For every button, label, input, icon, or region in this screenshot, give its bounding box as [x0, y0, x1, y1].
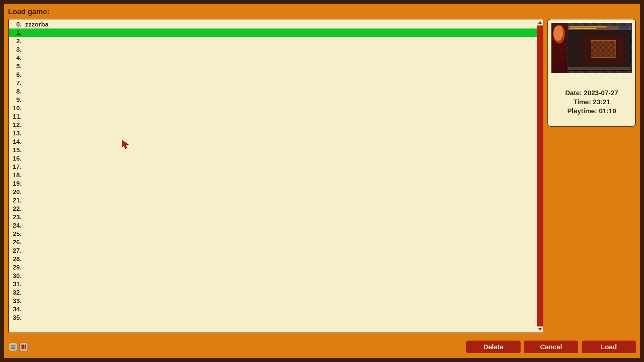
save-slot-row[interactable]: 24.	[9, 221, 537, 230]
scrollbar-thumb[interactable]	[537, 25, 542, 133]
delete-button[interactable]: Delete	[466, 341, 521, 353]
save-slot-row[interactable]: 8.	[9, 87, 537, 96]
save-slot-row[interactable]: 16.	[9, 154, 537, 163]
save-slot-row[interactable]: 17.	[9, 163, 537, 171]
svg-rect-6	[23, 345, 24, 346]
save-slot-row[interactable]: 35.	[9, 313, 537, 322]
list-view-icon[interactable]	[9, 343, 17, 351]
save-slot-row[interactable]: 31.	[9, 280, 537, 288]
save-slot-row[interactable]: 2.	[9, 37, 537, 45]
scrollbar-track[interactable]	[537, 25, 543, 326]
save-slot-row[interactable]: 29.	[9, 263, 537, 272]
save-slot-row[interactable]: 12.	[9, 121, 537, 129]
preview-date: Date: 2023-07-27	[565, 89, 618, 97]
svg-marker-1	[538, 328, 542, 331]
save-slot-list[interactable]: 0. zzzorba 1. 2. 3. 4. 5. 6. 7. 8. 9.10.…	[8, 19, 543, 333]
save-slot-row[interactable]: 26.	[9, 238, 537, 246]
save-slot-row[interactable]: 19.	[9, 179, 537, 188]
save-slot-row[interactable]: 0. zzzorba	[9, 20, 537, 28]
scroll-up-icon[interactable]	[537, 19, 543, 25]
svg-marker-0	[538, 21, 542, 24]
save-slot-row[interactable]: 6.	[9, 70, 537, 79]
save-slot-row[interactable]: 1.	[9, 28, 537, 37]
svg-rect-4	[11, 348, 15, 349]
svg-rect-7	[25, 345, 26, 346]
save-slot-row[interactable]: 23.	[9, 213, 537, 221]
save-slot-row[interactable]: 20.	[9, 188, 537, 196]
svg-rect-11	[21, 348, 23, 349]
svg-rect-10	[25, 346, 26, 348]
svg-rect-8	[21, 346, 23, 348]
svg-rect-3	[11, 347, 15, 348]
save-slot-row[interactable]: 13.	[9, 129, 537, 137]
preview-time: Time: 23:21	[573, 98, 610, 106]
svg-rect-12	[23, 348, 24, 349]
svg-rect-9	[23, 346, 24, 348]
scroll-down-icon[interactable]	[537, 326, 543, 333]
save-slot-row[interactable]: 18.	[9, 171, 537, 179]
load-button[interactable]: Load	[582, 341, 636, 353]
save-slot-row[interactable]: 15.	[9, 146, 537, 154]
save-slot-row[interactable]: 22.	[9, 204, 537, 213]
scrollbar[interactable]	[537, 19, 543, 333]
save-preview-panel: Date: 2023-07-27 Time: 23:21 Playtime: 0…	[547, 19, 636, 127]
save-slot-row[interactable]: 30.	[9, 272, 537, 280]
svg-rect-5	[21, 345, 23, 346]
save-slot-row[interactable]: 27.	[9, 246, 537, 255]
cancel-button[interactable]: Cancel	[524, 341, 578, 353]
preview-playtime: Playtime: 01:19	[567, 107, 616, 115]
save-slot-row[interactable]: 9.	[9, 96, 537, 104]
save-slot-row[interactable]: 5.	[9, 62, 537, 70]
grid-view-icon[interactable]	[19, 343, 28, 351]
save-slot-row[interactable]: 32.	[9, 288, 537, 297]
save-slot-row[interactable]: 10.	[9, 104, 537, 112]
save-slot-row[interactable]: 14.	[9, 137, 537, 146]
save-slot-row[interactable]: 33.	[9, 297, 537, 305]
save-slot-row[interactable]: 21.	[9, 196, 537, 204]
save-slot-row[interactable]: 11.	[9, 112, 537, 121]
save-slot-row[interactable]: 7.	[9, 79, 537, 87]
save-slot-row[interactable]: 34.	[9, 305, 537, 313]
load-game-window: Load game: 0. zzzorba 1. 2. 3. 4. 5. 6. …	[4, 4, 640, 358]
svg-rect-2	[11, 345, 15, 346]
save-slot-row[interactable]: 28.	[9, 255, 537, 263]
dialog-title: Load game:	[8, 7, 49, 16]
save-slot-row[interactable]: 25.	[9, 230, 537, 238]
svg-rect-13	[25, 348, 26, 349]
save-slot-row[interactable]: 3.	[9, 45, 537, 54]
save-slot-row[interactable]: 4.	[9, 54, 537, 62]
save-thumbnail	[551, 23, 632, 73]
